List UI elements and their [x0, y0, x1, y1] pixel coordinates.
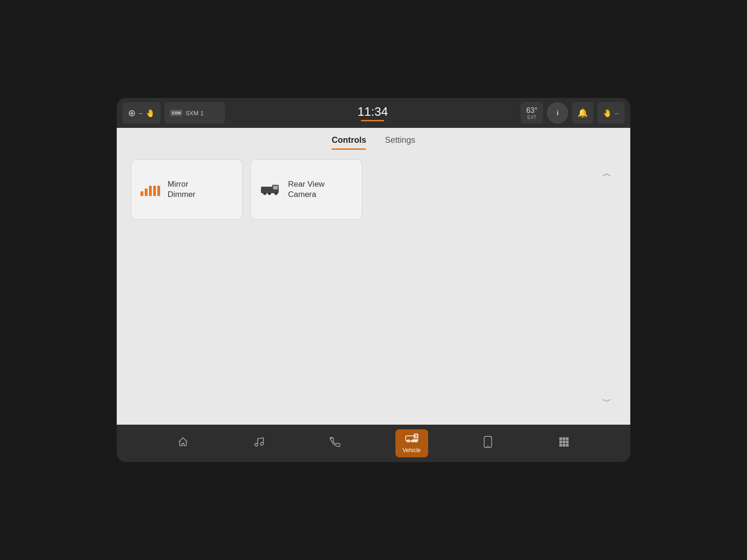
- temp-display: 63° EXT: [521, 102, 543, 124]
- home-icon: [177, 436, 189, 450]
- nav-vehicle[interactable]: Vehicle: [395, 429, 428, 457]
- bar1: [141, 191, 143, 196]
- radio-btn[interactable]: SXM SXM 1: [164, 102, 225, 124]
- main-content: Controls Settings: [117, 128, 630, 425]
- content-area: MirrorDimmer: [117, 150, 630, 425]
- nav-mobile[interactable]: [472, 429, 504, 457]
- bell-icon: 🔔: [578, 108, 588, 118]
- info-icon: i: [557, 109, 558, 117]
- svg-rect-21: [563, 437, 565, 440]
- notification-btn[interactable]: 🔔: [572, 102, 593, 124]
- sxm-badge: SXM: [170, 110, 183, 116]
- temp-label: EXT: [528, 115, 536, 120]
- mirror-dimmer-label: MirrorDimmer: [168, 179, 196, 200]
- svg-rect-27: [563, 444, 565, 447]
- scroll-down-btn[interactable]: ﹀: [598, 392, 616, 411]
- mobile-icon: [484, 436, 492, 451]
- svg-rect-26: [559, 444, 562, 447]
- svg-rect-22: [566, 437, 569, 440]
- svg-rect-20: [559, 437, 562, 440]
- svg-rect-0: [261, 187, 274, 193]
- svg-point-9: [261, 442, 263, 445]
- nav-home[interactable]: [167, 429, 199, 457]
- rear-view-camera-label: Rear ViewCamera: [288, 179, 324, 200]
- music-icon: [254, 436, 265, 450]
- tab-controls[interactable]: Controls: [331, 135, 366, 150]
- svg-point-4: [268, 192, 271, 195]
- status-bar: ⊕ -- 🤚 SXM SXM 1 11:34 63° EXT i 🔔 🤚: [117, 98, 630, 128]
- mirror-dimmer-icon: [141, 183, 160, 196]
- bar2: [145, 189, 148, 196]
- scroll-arrows: ︿ ﹀: [593, 159, 621, 415]
- time-value: 11:34: [358, 105, 388, 119]
- steering-icon: ⊕: [128, 107, 136, 119]
- tab-settings[interactable]: Settings: [385, 135, 415, 150]
- mirror-dimmer-tile[interactable]: MirrorDimmer: [131, 159, 243, 220]
- chevron-up-icon: ︿: [602, 167, 612, 180]
- svg-rect-24: [563, 441, 565, 443]
- nav-apps[interactable]: [548, 429, 580, 457]
- bar5: [157, 186, 160, 196]
- svg-rect-28: [566, 444, 569, 447]
- right-label: --: [615, 110, 619, 117]
- vehicle-icon: [405, 433, 418, 445]
- time-underline: [361, 120, 384, 121]
- nav-media[interactable]: [243, 429, 275, 457]
- hand2-icon: 🤚: [603, 109, 612, 118]
- svg-rect-23: [559, 441, 562, 443]
- nav-phone[interactable]: [319, 429, 352, 457]
- temp-value: 63°: [526, 106, 537, 115]
- bottom-nav: Vehicle: [117, 425, 630, 462]
- sxm-area: SXM: [170, 110, 183, 116]
- svg-point-8: [255, 443, 258, 446]
- right-btn[interactable]: 🤚 --: [597, 102, 625, 124]
- steering-btn[interactable]: ⊕ -- 🤚: [122, 102, 161, 124]
- tabs-container: Controls Settings: [117, 128, 630, 150]
- apps-icon: [558, 436, 570, 450]
- bar3: [149, 186, 152, 196]
- svg-rect-2: [273, 186, 278, 189]
- scroll-up-btn[interactable]: ︿: [598, 164, 616, 182]
- time-display: 11:34: [349, 105, 396, 121]
- vehicle-label: Vehicle: [402, 447, 421, 454]
- chevron-down-icon: ﹀: [602, 395, 612, 408]
- controls-grid: MirrorDimmer: [131, 159, 593, 288]
- bar4: [153, 186, 156, 196]
- svg-point-3: [263, 192, 267, 195]
- rear-camera-icon: [260, 183, 281, 196]
- info-btn[interactable]: i: [547, 102, 568, 124]
- screen-bezel: ⊕ -- 🤚 SXM SXM 1 11:34 63° EXT i 🔔 🤚: [117, 98, 630, 462]
- hand-icon: 🤚: [146, 109, 155, 118]
- steering-label: --: [139, 110, 143, 117]
- svg-point-5: [275, 192, 278, 195]
- rear-view-camera-tile[interactable]: Rear ViewCamera: [250, 159, 362, 220]
- phone-icon: [330, 436, 341, 450]
- svg-rect-25: [566, 441, 569, 443]
- radio-channel: SXM 1: [185, 110, 204, 117]
